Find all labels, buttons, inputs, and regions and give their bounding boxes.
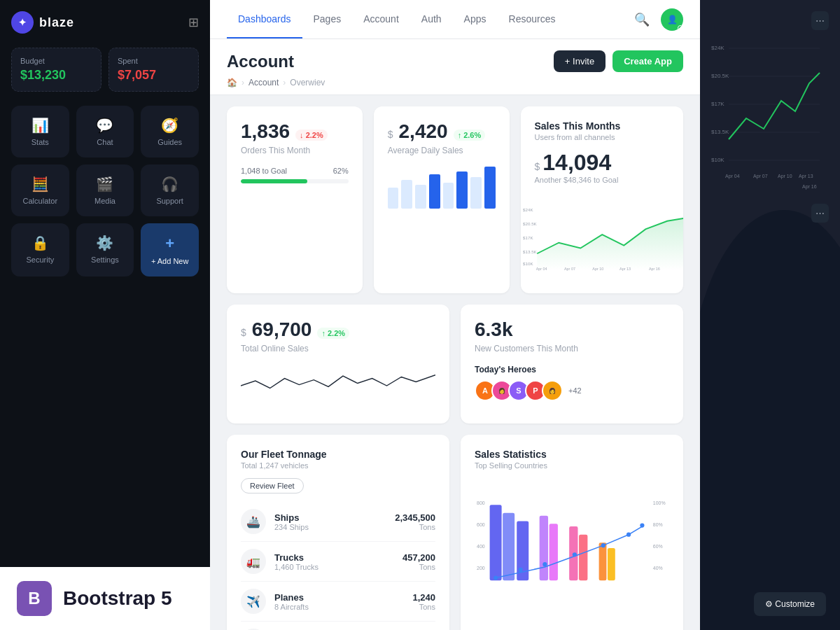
- svg-text:200: 200: [477, 566, 485, 570]
- stats-icon: 📊: [31, 117, 49, 134]
- add-new-icon: +: [165, 234, 174, 253]
- sidebar-item-calculator[interactable]: 🧮 Calculator: [11, 164, 69, 216]
- daily-sales-dollar: $: [388, 129, 393, 140]
- chat-label: Chat: [97, 138, 113, 146]
- page-title: Account: [227, 52, 294, 71]
- svg-text:$10K: $10K: [523, 261, 533, 266]
- svg-point-33: [626, 533, 631, 537]
- nav-grid: 📊 Stats 💬 Chat 🧭 Guides 🧮 Calculator 🎬 M…: [11, 106, 199, 276]
- fleet-card: Our Fleet Tonnage Total 1,247 vehicles R…: [227, 435, 449, 630]
- planes-count: 8 Aircrafts: [274, 603, 404, 611]
- svg-point-31: [573, 552, 577, 556]
- logo-icon: ✦: [11, 11, 34, 34]
- nav-resources[interactable]: Resources: [498, 1, 567, 38]
- avatar-online-dot: [678, 25, 683, 31]
- daily-sales-label: Average Daily Sales: [388, 146, 496, 155]
- customers-number: 6.3k: [475, 318, 513, 341]
- add-new-label: + Add New: [151, 257, 189, 265]
- ships-count: 234 Ships: [274, 523, 386, 531]
- svg-text:Apr 13: Apr 13: [799, 174, 813, 179]
- nav-auth[interactable]: Auth: [410, 1, 453, 38]
- planes-value: 1,240 Tons: [412, 592, 435, 611]
- svg-text:Apr 04: Apr 04: [536, 267, 547, 271]
- customers-number-row: 6.3k: [475, 318, 669, 341]
- planes-num: 1,240: [412, 592, 435, 603]
- svg-marker-5: [537, 218, 683, 270]
- bottom-row: Our Fleet Tonnage Total 1,247 vehicles R…: [227, 435, 683, 630]
- svg-text:100%: 100%: [653, 500, 666, 505]
- bar-5: [443, 183, 454, 209]
- svg-point-34: [640, 523, 644, 527]
- sidebar-header: ✦ blaze ⊞: [11, 11, 199, 34]
- orders-card: 1,836 ↓ 2.2% Orders This Month 1,048 to …: [227, 106, 363, 293]
- fleet-item-planes: ✈️ Planes 8 Aircrafts 1,240 Tons: [241, 582, 435, 622]
- review-fleet-button[interactable]: Review Fleet: [241, 478, 304, 493]
- bootstrap-text: Bootstrap 5: [63, 587, 172, 610]
- svg-text:$17K: $17K: [523, 235, 533, 240]
- online-sales-card: $ 69,700 ↑ 2.2% Total Online Sales: [227, 304, 449, 424]
- sales-dollar: $: [535, 161, 540, 172]
- daily-sales-chart: [388, 167, 496, 209]
- daily-sales-card: $ 2,420 ↑ 2.6% Average Daily Sales: [374, 106, 510, 293]
- sidebar-item-stats[interactable]: 📊 Stats: [11, 106, 69, 158]
- trucks-value: 457,200 Tons: [402, 552, 435, 571]
- calculator-label: Calculator: [23, 197, 58, 205]
- nav-apps[interactable]: Apps: [453, 1, 498, 38]
- bootstrap-badge: B Bootstrap 5: [0, 567, 210, 630]
- svg-text:$13.5K: $13.5K: [523, 249, 537, 254]
- invite-button[interactable]: + Invite: [554, 50, 606, 72]
- stats-row: 1,836 ↓ 2.2% Orders This Month 1,048 to …: [227, 106, 683, 293]
- settings-label: Settings: [91, 255, 119, 264]
- nav-pages[interactable]: Pages: [302, 1, 353, 38]
- breadcrumb: 🏠 › Account › Overwiev: [227, 78, 683, 94]
- sidebar-item-guides[interactable]: 🧭 Guides: [141, 106, 199, 158]
- user-avatar[interactable]: 👤: [661, 8, 683, 31]
- bar-1: [388, 188, 399, 209]
- planes-info: Planes 8 Aircrafts: [274, 592, 404, 611]
- online-sales-number: 69,700: [252, 318, 312, 341]
- sidebar-menu-icon[interactable]: ⊞: [188, 15, 199, 30]
- dark-panel-content: ⋯ $24K $20.5K $17K $13.5K $10K Apr 04 Ap…: [700, 0, 840, 234]
- dark-panel-menu[interactable]: ⋯: [811, 11, 829, 30]
- breadcrumb-account[interactable]: Account: [248, 78, 279, 88]
- sales-month-card: Sales This Months Users from all channel…: [521, 106, 684, 293]
- planes-unit: Tons: [412, 603, 435, 611]
- svg-text:Apr 16: Apr 16: [802, 184, 817, 190]
- dark-panel: ⋯ $24K $20.5K $17K $13.5K $10K Apr 04 Ap…: [700, 0, 840, 630]
- orders-progress-row: 1,048 to Goal 62%: [241, 167, 349, 175]
- svg-text:Apr 04: Apr 04: [725, 174, 740, 179]
- sidebar-item-settings[interactable]: ⚙️ Settings: [76, 223, 134, 276]
- svg-rect-22: [540, 516, 548, 581]
- orders-progress-pct: 62%: [333, 167, 349, 175]
- svg-text:Apr 07: Apr 07: [753, 174, 768, 179]
- svg-text:$13.5K: $13.5K: [711, 129, 729, 135]
- trucks-unit: Tons: [402, 563, 435, 571]
- nav-dashboards[interactable]: Dashboards: [227, 1, 302, 38]
- svg-point-28: [493, 575, 498, 580]
- nav-account[interactable]: Account: [352, 1, 410, 38]
- fleet-title: Our Fleet Tonnage: [241, 449, 435, 460]
- sidebar-item-security[interactable]: 🔒 Security: [11, 223, 69, 276]
- create-app-button[interactable]: Create App: [612, 50, 683, 72]
- dark-panel-blob: [700, 210, 840, 630]
- sales-stats-chart: 800 600 400 200 100% 80% 60% 40%: [475, 478, 669, 618]
- guides-icon: 🧭: [161, 117, 178, 134]
- svg-rect-27: [608, 548, 615, 580]
- sidebar-item-support[interactable]: 🎧 Support: [141, 164, 199, 216]
- online-sales-sparkline: [241, 365, 435, 407]
- calculator-icon: 🧮: [31, 176, 49, 192]
- sales-stats-sub: Top Selling Countries: [475, 461, 669, 470]
- dark-panel-dots[interactable]: ⋯: [811, 204, 829, 223]
- sidebar-item-add-new[interactable]: + + Add New: [141, 223, 199, 276]
- svg-text:$20.5K: $20.5K: [711, 73, 729, 79]
- customize-button[interactable]: ⚙ Customize: [754, 592, 826, 616]
- dashboard-scroll[interactable]: 1,836 ↓ 2.2% Orders This Month 1,048 to …: [210, 95, 700, 630]
- page-title-row: Account + Invite Create App: [227, 50, 683, 72]
- logo-text: blaze: [39, 15, 74, 30]
- search-button[interactable]: 🔍: [634, 12, 650, 27]
- planes-icon: ✈️: [241, 589, 266, 614]
- sidebar-item-media[interactable]: 🎬 Media: [76, 164, 134, 216]
- customers-card: 6.3k New Customers This Month Today's He…: [461, 304, 683, 424]
- sidebar-item-chat[interactable]: 💬 Chat: [76, 106, 134, 158]
- svg-text:60%: 60%: [653, 544, 663, 549]
